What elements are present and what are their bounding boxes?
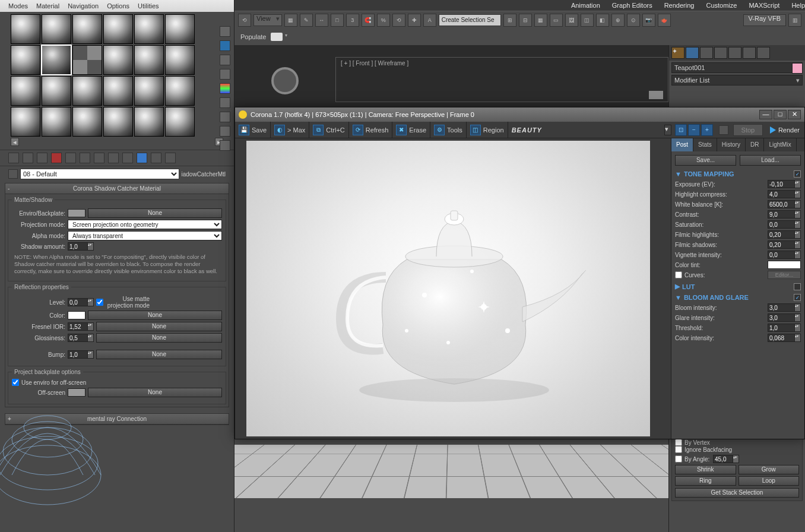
mat-tool-icon[interactable] <box>51 153 62 163</box>
spinner-arrows[interactable]: ▴▾ <box>795 240 801 249</box>
toolbar-icon[interactable]: ⊞ <box>503 14 516 27</box>
shadow-amount-input[interactable] <box>68 242 88 251</box>
side-tool-icon[interactable] <box>220 55 230 65</box>
grow-button[interactable]: Grow <box>739 465 800 474</box>
saturation-input[interactable] <box>768 220 795 229</box>
refl-color-swatch[interactable] <box>68 311 85 319</box>
vfb-render-area[interactable] <box>235 138 671 439</box>
spinner-arrows[interactable]: ▴▾ <box>795 190 801 198</box>
toolbar-icon[interactable]: ↔ <box>315 14 328 27</box>
mat-tool-icon[interactable] <box>137 153 147 163</box>
material-slot[interactable] <box>42 107 71 137</box>
bloom-intensity-input[interactable] <box>768 303 795 312</box>
object-name-field[interactable]: Teapot001 <box>671 62 803 73</box>
enviro-map-button[interactable]: None <box>88 208 222 218</box>
material-slot[interactable] <box>103 14 133 44</box>
curves-editor-button[interactable]: Editor... <box>768 271 801 279</box>
region-button[interactable]: Region <box>483 126 504 134</box>
spinner-arrows[interactable]: ▴▾ <box>88 298 94 306</box>
ignore-backfacing-checkbox[interactable]: Ignore Backfacing <box>675 446 799 453</box>
filmic-s-input[interactable] <box>768 240 795 249</box>
mat-tool-icon[interactable] <box>37 153 47 163</box>
material-slot[interactable] <box>11 76 40 106</box>
gloss-map-button[interactable]: None <box>96 333 222 343</box>
refresh-icon[interactable]: ⟳ <box>353 125 363 135</box>
close-button[interactable]: ✕ <box>788 110 801 119</box>
tab-post[interactable]: Post <box>671 138 693 151</box>
side-tool-icon[interactable] <box>220 40 230 51</box>
mat-tool-icon[interactable] <box>23 153 33 163</box>
vfb-titlebar[interactable]: Corona 1.7 (hotfix 4) | 673×505px (1:1) … <box>235 107 804 122</box>
mat-tool-icon[interactable] <box>108 153 119 163</box>
menu-animation[interactable]: Animation <box>571 2 600 9</box>
exposure-input[interactable] <box>768 180 795 188</box>
material-slot[interactable] <box>72 14 102 44</box>
toolbar-icon[interactable]: 🫖 <box>658 14 671 27</box>
mat-tool-icon[interactable] <box>80 153 90 163</box>
render-button[interactable]: Render <box>765 126 804 134</box>
spinner-arrows[interactable]: ▴▾ <box>88 242 94 251</box>
save-icon[interactable]: 💾 <box>239 125 249 135</box>
menu-maxscript[interactable]: MAXScript <box>749 2 779 9</box>
material-slot[interactable] <box>11 107 40 137</box>
use-matte-checkbox[interactable]: Use matte projection mode <box>96 296 150 309</box>
refresh-button[interactable]: Refresh <box>366 126 389 134</box>
toolbar-icon[interactable]: ✚ <box>408 14 421 27</box>
zoom-fit-button[interactable]: ⊡ <box>675 124 687 136</box>
curves-checkbox[interactable]: Curves: <box>675 271 705 278</box>
viewcube-area[interactable] <box>234 58 335 103</box>
toolbar-icon[interactable]: % <box>377 14 390 27</box>
side-tool-icon[interactable] <box>220 69 230 80</box>
mat-tool-icon[interactable] <box>151 153 161 163</box>
vignette-input[interactable] <box>768 251 795 259</box>
material-slot[interactable] <box>42 14 71 44</box>
dropper-icon[interactable] <box>8 169 18 179</box>
object-color-swatch[interactable] <box>792 63 803 74</box>
tab-stats[interactable]: Stats <box>693 138 717 151</box>
motion-tab-icon[interactable] <box>714 47 727 59</box>
lut-enable-checkbox[interactable] <box>794 283 801 290</box>
create-tab-icon[interactable]: ✦ <box>671 47 684 59</box>
menu-help[interactable]: Help <box>791 2 805 9</box>
spinner-arrows[interactable]: ▴▾ <box>795 220 801 229</box>
side-tool-icon[interactable] <box>220 112 230 122</box>
region-icon[interactable]: ◫ <box>470 125 481 135</box>
tint-swatch[interactable] <box>768 261 801 269</box>
vray-vfb-button[interactable]: V-Ray VFB <box>743 14 786 26</box>
toolbar-icon[interactable]: ▦ <box>534 14 547 27</box>
refl-color-map-button[interactable]: None <box>88 311 222 320</box>
spinner-arrows[interactable]: ▴▾ <box>795 251 801 259</box>
alpha-dropdown[interactable]: Always transparent <box>68 231 222 240</box>
me-menu-utilities[interactable]: Utilities <box>138 2 159 10</box>
menu-customize[interactable]: Customize <box>706 2 737 9</box>
display-tab-icon[interactable] <box>728 47 741 59</box>
stop-button[interactable]: Stop <box>733 124 763 136</box>
copy-icon[interactable]: ⧉ <box>313 125 324 135</box>
utilities-tab-icon[interactable] <box>743 47 756 59</box>
material-slot[interactable] <box>42 76 71 106</box>
tools-button[interactable]: Tools <box>447 126 462 134</box>
material-slot[interactable] <box>165 14 195 44</box>
spinner-arrows[interactable]: ▴▾ <box>795 180 801 188</box>
material-slot-selected[interactable] <box>42 45 71 75</box>
save-button[interactable]: Save <box>252 126 267 134</box>
mat-tool-icon[interactable] <box>65 153 76 163</box>
threshold-input[interactable] <box>768 324 795 332</box>
mat-tool-icon[interactable] <box>122 153 133 163</box>
tab-dr[interactable]: DR <box>746 138 764 151</box>
rollout-header[interactable]: - Corona Shadow Catcher Material <box>5 183 229 194</box>
lut-header[interactable]: ▶LUT <box>675 283 801 290</box>
toolbar-icon[interactable]: ▦ <box>284 14 297 27</box>
fresnel-map-button[interactable]: None <box>96 322 222 331</box>
bloom-enable-checkbox[interactable]: ✓ <box>794 294 801 301</box>
toolbar-icon[interactable]: ⊙ <box>627 14 640 27</box>
toolbar-icon[interactable]: □ <box>331 14 344 27</box>
enviro-swatch[interactable] <box>68 209 85 217</box>
spinner-arrows[interactable]: ▴▾ <box>88 322 94 331</box>
toolbar-icon[interactable]: ◧ <box>596 14 609 27</box>
toolbar-icon[interactable]: ▥ <box>788 14 801 27</box>
toolbar-icon[interactable]: 🖼 <box>565 14 578 27</box>
populate-dropdown[interactable] <box>271 33 283 41</box>
material-slot[interactable] <box>134 76 164 106</box>
spinner-arrows[interactable]: ▴▾ <box>795 200 801 208</box>
